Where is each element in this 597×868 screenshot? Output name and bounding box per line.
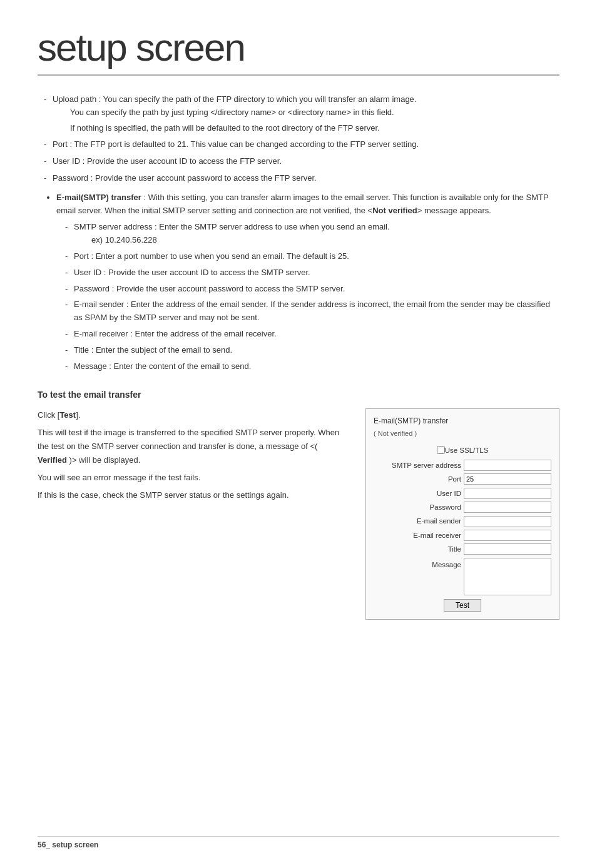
email-bullet-item: E-mail(SMTP) transfer : With this settin… [56,191,559,373]
smtp-item-port: Port : Enter a port number to use when y… [65,250,559,263]
test-button-row: Test [374,599,551,612]
title-row: Title [374,543,551,555]
smtp-sub-list: SMTP server address : Enter the SMTP ser… [56,221,559,373]
page-container: setup screen Upload path : You can speci… [0,0,597,657]
password-row: Password [374,502,551,513]
left-column: Click [Test]. This will test if the imag… [38,408,347,503]
message-label: Message [392,558,461,570]
password-label: Password [392,502,461,513]
list-item: Upload path : You can specify the path o… [44,93,559,134]
email-receiver-label: E-mail receiver [392,530,461,541]
footer-bar: 56_ setup screen [38,836,559,849]
smtp-item-sender: E-mail sender : Enter the address of the… [65,298,559,325]
smtp-item-password: Password : Provide the user account pass… [65,283,559,296]
email-sender-label: E-mail sender [392,515,461,527]
verified-bold-label: Verified [38,455,69,465]
password-input[interactable] [464,502,551,513]
test-section-heading: To test the email transfer [38,388,559,401]
not-verified-label: Not verified [372,206,417,215]
click-test-para: Click [Test]. [38,408,347,422]
right-column: E-mail(SMTP) transfer ( Not verified ) U… [365,408,559,620]
main-content: Upload path : You can specify the path o… [38,93,559,620]
message-row: Message [374,558,551,595]
test-button[interactable]: Test [444,599,481,612]
port-label: Port [392,473,461,485]
userid-label: User ID [392,488,461,499]
upload-path-text: Upload path : You can specify the path o… [53,94,416,104]
smtp-example: ex) 10.240.56.228 [74,234,559,247]
title-input[interactable] [464,543,551,555]
upload-path-sub1: You can specify the path by just typing … [53,106,559,119]
smtp-item-userid: User ID : Provide the user account ID to… [65,266,559,280]
upload-path-list: Upload path : You can specify the path o… [38,93,559,185]
ssl-row: Use SSL/TLS [374,445,551,456]
userid-input[interactable] [464,488,551,499]
form-panel-title: E-mail(SMTP) transfer [374,415,551,427]
smtp-item-receiver: E-mail receiver : Enter the address of t… [65,328,559,341]
form-panel-subtitle: ( Not verified ) [374,428,551,440]
email-receiver-input[interactable] [464,530,551,541]
smtp-form-panel: E-mail(SMTP) transfer ( Not verified ) U… [365,408,559,620]
test-check-note: If this is the case, check the SMTP serv… [38,488,347,502]
test-description: This will test if the image is transferr… [38,426,347,467]
test-error-note: You will see an error message if the tes… [38,471,347,485]
message-textarea[interactable] [464,558,551,595]
email-transfer-label: E-mail(SMTP) transfer [56,193,141,202]
list-item-port: Port : The FTP port is defaulted to 21. … [44,138,559,151]
smtp-item-message: Message : Enter the content of the email… [65,360,559,373]
smtp-address-label: SMTP server address [392,460,461,471]
footer-text: 56_ setup screen [38,840,98,849]
smtp-address-input[interactable] [464,460,551,471]
email-sender-input[interactable] [464,516,551,527]
list-item-userid: User ID : Provide the user account ID to… [44,155,559,168]
email-section: E-mail(SMTP) transfer : With this settin… [38,191,559,373]
ssl-checkbox[interactable] [437,446,445,454]
title-label: Title [392,543,461,555]
port-input[interactable] [464,473,551,485]
smtp-address-row: SMTP server address [374,460,551,471]
smtp-item-title: Title : Enter the subject of the email t… [65,344,559,357]
smtp-item-address: SMTP server address : Enter the SMTP ser… [65,221,559,247]
test-bold-label: Test [59,410,76,420]
email-sender-row: E-mail sender [374,515,551,527]
two-column-section: Click [Test]. This will test if the imag… [38,408,559,620]
email-receiver-row: E-mail receiver [374,530,551,541]
page-title: setup screen [38,25,559,76]
ssl-label: Use SSL/TLS [445,445,489,456]
upload-path-sub2: If nothing is specified, the path will b… [53,122,559,135]
list-item-password: Password : Provide the user account pass… [44,172,559,185]
userid-row: User ID [374,488,551,499]
port-row: Port [374,473,551,485]
